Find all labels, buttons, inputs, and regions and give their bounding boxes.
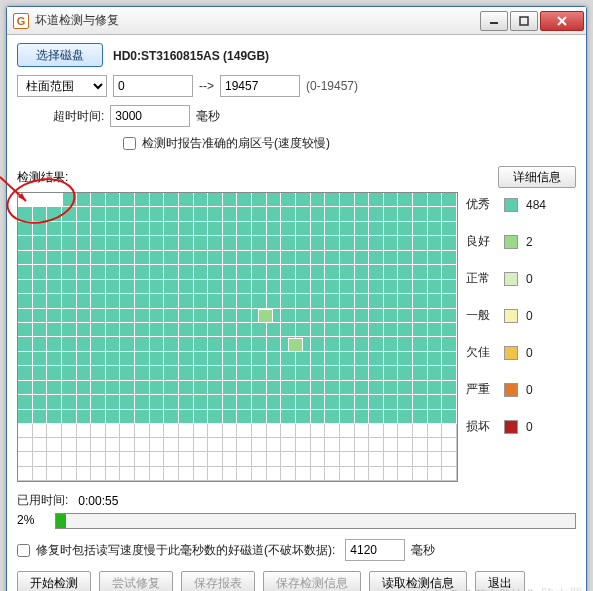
select-disk-button[interactable]: 选择磁盘 [17,43,103,67]
range-to-input[interactable] [220,75,300,97]
legend-count: 0 [526,309,533,323]
client-area: 选择磁盘 HD0:ST3160815AS (149GB) 柱面范围 --> (0… [7,35,586,591]
repair-slow-label: 修复时包括读写速度慢于此毫秒数的好磁道(不破坏数据): [36,542,335,559]
cell-good-1 [258,309,273,323]
used-time-label: 已用时间: [17,492,68,509]
legend-swatch [504,420,518,434]
legend-name: 良好 [466,233,496,250]
legend-name: 正常 [466,270,496,287]
used-time-value: 0:00:55 [78,494,118,508]
legend-swatch [504,309,518,323]
cell-good-2 [288,338,303,352]
timeout-unit: 毫秒 [196,108,220,125]
legend-swatch [504,198,518,212]
progress-percent-label: 2% [17,513,47,527]
legend-count: 484 [526,198,546,212]
svg-rect-1 [520,17,528,25]
close-button[interactable] [540,11,584,31]
legend-count: 2 [526,235,533,249]
range-hint: (0-19457) [306,79,358,93]
legend-row: 欠佳0 [466,344,576,361]
legend-row: 优秀484 [466,196,576,213]
legend-row: 损坏0 [466,418,576,435]
legend-name: 损坏 [466,418,496,435]
start-scan-button[interactable]: 开始检测 [17,571,91,591]
repair-ms-unit: 毫秒 [411,542,435,559]
legend-count: 0 [526,346,533,360]
grid-filled [18,193,457,424]
legend-row: 一般0 [466,307,576,324]
timeout-label: 超时时间: [53,108,104,125]
scan-grid [17,192,458,482]
results-label: 检测结果: [17,169,498,186]
window-title: 坏道检测与修复 [35,12,480,29]
range-mode-select[interactable]: 柱面范围 [17,75,107,97]
legend: 优秀484良好2正常0一般0欠佳0严重0损坏0 [466,192,576,482]
repair-ms-input[interactable] [345,539,405,561]
legend-count: 0 [526,420,533,434]
legend-name: 优秀 [466,196,496,213]
legend-row: 正常0 [466,270,576,287]
titlebar: G 坏道检测与修复 [7,7,586,35]
accurate-sector-checkbox[interactable] [123,137,136,150]
save-report-button[interactable]: 保存报表 [181,571,255,591]
legend-row: 严重0 [466,381,576,398]
progress-bar [55,513,576,529]
minimize-button[interactable] [480,11,508,31]
legend-name: 一般 [466,307,496,324]
app-icon: G [13,13,29,29]
watermark-brand: 路由器 [541,586,583,591]
app-window: G 坏道检测与修复 选择磁盘 HD0:ST3160815AS (149GB) 柱… [6,6,587,591]
progress-bar-fill [56,514,66,528]
watermark-source: 头条 @ 鑫荣电脑技术 [420,587,535,592]
legend-name: 欠佳 [466,344,496,361]
try-repair-button[interactable]: 尝试修复 [99,571,173,591]
legend-swatch [504,235,518,249]
watermark: 头条 @ 鑫荣电脑技术 路由器 [420,586,583,591]
legend-swatch [504,346,518,360]
repair-slow-checkbox[interactable] [17,544,30,557]
legend-count: 0 [526,272,533,286]
range-from-input[interactable] [113,75,193,97]
timeout-input[interactable] [110,105,190,127]
range-arrow: --> [199,79,214,93]
save-scan-info-button[interactable]: 保存检测信息 [263,571,361,591]
legend-name: 严重 [466,381,496,398]
legend-swatch [504,272,518,286]
legend-row: 良好2 [466,233,576,250]
maximize-button[interactable] [510,11,538,31]
accurate-sector-label: 检测时报告准确的扇区号(速度较慢) [142,135,330,152]
detail-info-button[interactable]: 详细信息 [498,166,576,188]
legend-swatch [504,383,518,397]
disk-info: HD0:ST3160815AS (149GB) [113,47,269,63]
legend-count: 0 [526,383,533,397]
